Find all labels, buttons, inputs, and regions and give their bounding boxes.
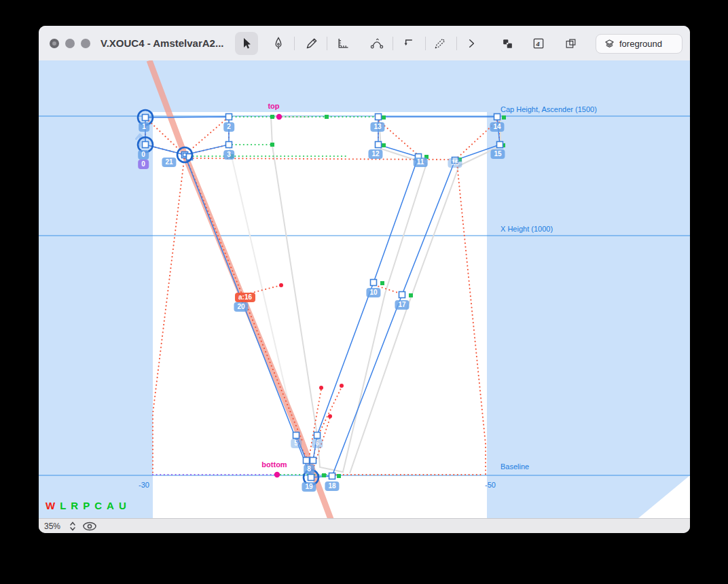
glyph-edit-canvas[interactable]: Cap Height, Ascender (1500) X Height (10… — [39, 60, 690, 518]
title-bar: V.XOUC4 - AmstelvarA2... — [39, 26, 690, 61]
x-height-label: X Height (1000) — [500, 225, 553, 233]
toolbar-separator — [425, 37, 426, 50]
corner-arrow-icon — [401, 37, 415, 50]
glyph-letter-W[interactable]: W — [46, 500, 56, 511]
glyph-drawing-overlay — [39, 60, 690, 518]
glyph-letter-C[interactable]: C — [94, 500, 103, 511]
glyph-set-preview[interactable]: WLRPCAU — [46, 500, 127, 511]
svg-text:4: 4 — [536, 41, 540, 48]
cursor-icon — [240, 37, 253, 50]
minimize-window-button[interactable] — [65, 39, 75, 48]
green-alignment-dots — [230, 115, 506, 478]
corner-tool-button[interactable] — [397, 32, 420, 55]
cap-height-label: Cap Height, Ascender (1500) — [500, 105, 597, 113]
bottom-anchor-label[interactable]: bottom — [261, 460, 287, 469]
dashed-pencil-icon — [433, 37, 447, 50]
layer-selector-button[interactable]: foreground — [596, 34, 682, 54]
zoom-level-value[interactable]: 35% — [44, 519, 60, 533]
glyph-letter-A[interactable]: A — [107, 500, 115, 511]
move-tool-button[interactable] — [235, 32, 258, 55]
pixel-pencil-tool-button[interactable] — [429, 32, 452, 55]
zoom-window-button[interactable] — [81, 39, 90, 48]
status-bar: 35% — [39, 518, 690, 533]
left-sidebearing-value: -30 — [109, 481, 149, 489]
glyph-letter-U[interactable]: U — [119, 500, 127, 511]
chevron-right-icon — [465, 37, 477, 50]
curve-nodes-icon — [369, 37, 384, 50]
toolbar-separator — [393, 37, 393, 50]
top-anchor-label[interactable]: top — [268, 102, 279, 110]
canvas-corner-cut — [638, 475, 690, 518]
knife-tool-button[interactable] — [300, 32, 323, 55]
green-dotted-lines — [189, 117, 376, 475]
baseline-label: Baseline — [500, 462, 529, 471]
transform-copy-button[interactable] — [559, 32, 582, 55]
background-layer-outline — [229, 117, 500, 473]
shapes-panel-button[interactable] — [496, 32, 519, 55]
toolbar-separator — [327, 37, 327, 50]
zoom-stepper[interactable] — [69, 521, 77, 533]
measure-tool-button[interactable] — [331, 32, 354, 55]
preview-glyph-button[interactable]: 4 — [527, 32, 550, 55]
window-title: V.XOUC4 - AmstelvarA2... — [101, 26, 223, 60]
preview-glyph-icon: 4 — [532, 37, 545, 50]
glyph-contour — [145, 117, 500, 477]
ruler-icon — [336, 37, 350, 50]
curve-tool-button[interactable] — [365, 32, 388, 55]
glyph-letter-P[interactable]: P — [83, 500, 90, 511]
app-window: V.XOUC4 - AmstelvarA2... — [39, 26, 690, 533]
more-tools-button[interactable] — [460, 32, 483, 55]
close-window-button[interactable] — [50, 39, 59, 48]
pen-icon — [272, 37, 285, 50]
right-sidebearing-value: -50 — [485, 481, 496, 489]
toolbar-separator — [456, 37, 457, 50]
up-down-stepper-icon — [69, 521, 77, 532]
overlapping-squares-icon — [564, 37, 577, 50]
pencil-icon — [305, 37, 318, 50]
toolbar-separator — [294, 37, 295, 50]
eye-icon — [82, 521, 97, 532]
shapes-icon — [501, 37, 514, 50]
metric-guides[interactable] — [39, 116, 690, 475]
layer-name: foreground — [619, 39, 662, 49]
glyph-letter-R[interactable]: R — [71, 500, 79, 511]
preview-toggle[interactable] — [82, 521, 97, 533]
glyph-letter-L[interactable]: L — [60, 500, 67, 511]
layers-icon — [604, 39, 615, 49]
pen-tool-button[interactable] — [267, 32, 290, 55]
on-curve-points[interactable] — [143, 114, 503, 481]
variable-skeleton-stroke — [149, 60, 333, 518]
